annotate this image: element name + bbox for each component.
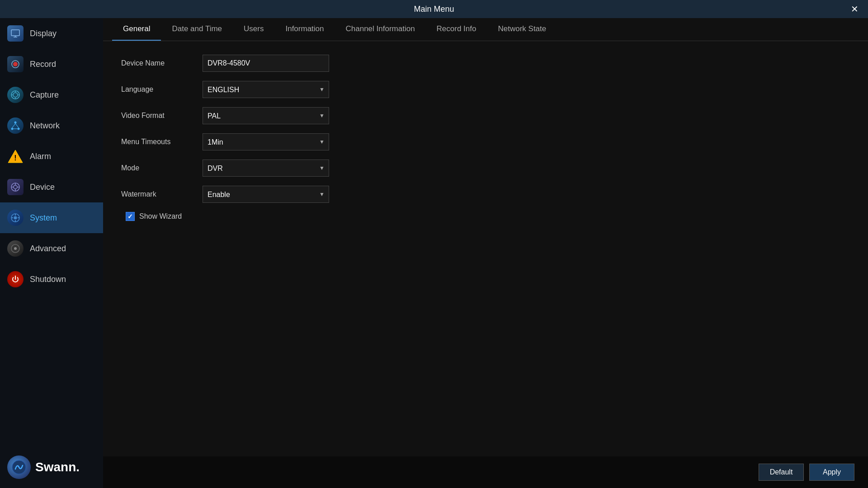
device-icon [7, 179, 24, 195]
watermark-select-wrapper: Enable Disable [203, 186, 329, 203]
language-select-wrapper: ENGLISH FRENCH SPANISH GERMAN [203, 81, 329, 98]
sidebar-item-alarm-label: Alarm [30, 152, 51, 161]
mode-row: Mode DVR NVR XVR [121, 160, 850, 177]
menu-timeouts-row: Menu Timeouts 1Min 2Min 5Min Never [121, 133, 850, 150]
sidebar: Display Record [0, 18, 103, 488]
sidebar-item-advanced-label: Advanced [30, 244, 66, 253]
sidebar-item-display[interactable]: Display [0, 18, 103, 49]
sidebar-item-advanced[interactable]: Advanced [0, 233, 103, 264]
watermark-select[interactable]: Enable Disable [203, 186, 329, 203]
menu-timeouts-select[interactable]: 1Min 2Min 5Min Never [203, 133, 329, 150]
sidebar-item-record-label: Record [30, 60, 56, 69]
record-icon [7, 56, 24, 72]
content-area: General Date and Time Users Information … [103, 18, 868, 488]
default-button[interactable]: Default [759, 464, 804, 481]
tab-network-state[interactable]: Network State [487, 18, 557, 41]
tab-channel-info[interactable]: Channel Information [335, 18, 426, 41]
sidebar-item-system[interactable]: System [0, 202, 103, 233]
tab-record-info[interactable]: Record Info [426, 18, 487, 41]
network-icon [7, 117, 24, 134]
sidebar-item-capture-label: Capture [30, 90, 59, 100]
svg-point-13 [18, 128, 20, 130]
svg-point-11 [14, 122, 17, 124]
mode-select-wrapper: DVR NVR XVR [203, 160, 329, 177]
svg-point-32 [14, 247, 17, 250]
video-format-row: Video Format PAL NTSC [121, 107, 850, 124]
menu-timeouts-select-wrapper: 1Min 2Min 5Min Never [203, 133, 329, 150]
shutdown-icon [7, 271, 24, 287]
svg-text:!: ! [14, 154, 16, 162]
tabs-bar: General Date and Time Users Information … [103, 18, 868, 41]
window-title: Main Menu [414, 5, 454, 14]
svg-point-19 [14, 185, 17, 189]
svg-line-14 [12, 124, 15, 128]
sidebar-item-capture[interactable]: Capture [0, 80, 103, 110]
capture-icon [7, 87, 24, 103]
watermark-row: Watermark Enable Disable [121, 186, 850, 203]
sidebar-item-shutdown[interactable]: Shutdown [0, 264, 103, 295]
language-select[interactable]: ENGLISH FRENCH SPANISH GERMAN [203, 81, 329, 98]
swann-brand-icon [7, 455, 31, 479]
swann-brand-text: Swann. [35, 460, 80, 474]
video-format-label: Video Format [121, 112, 193, 120]
svg-point-3 [13, 62, 18, 66]
tab-users[interactable]: Users [233, 18, 274, 41]
svg-point-25 [14, 216, 17, 220]
tab-general[interactable]: General [112, 18, 161, 41]
system-icon [7, 210, 24, 226]
svg-line-15 [15, 124, 19, 128]
video-format-select-wrapper: PAL NTSC [203, 107, 329, 124]
device-name-label: Device Name [121, 59, 193, 67]
tab-information[interactable]: Information [274, 18, 335, 41]
sidebar-item-network-label: Network [30, 121, 60, 131]
show-wizard-checkbox[interactable] [126, 212, 135, 221]
language-row: Language ENGLISH FRENCH SPANISH GERMAN [121, 81, 850, 98]
show-wizard-label: Show Wizard [139, 212, 182, 221]
bottom-bar: Default Apply [103, 456, 868, 488]
alarm-icon: ! [7, 148, 24, 164]
sidebar-logo: Swann. [0, 446, 103, 488]
sidebar-item-device-label: Device [30, 183, 55, 192]
close-button[interactable]: ✕ [848, 3, 861, 15]
title-bar: Main Menu ✕ [0, 0, 868, 18]
sidebar-item-record[interactable]: Record [0, 49, 103, 80]
sidebar-item-alarm[interactable]: ! Alarm [0, 141, 103, 172]
sidebar-item-display-label: Display [30, 29, 57, 38]
svg-rect-0 [11, 30, 19, 36]
mode-select[interactable]: DVR NVR XVR [203, 160, 329, 177]
language-label: Language [121, 85, 193, 94]
sidebar-item-system-label: System [30, 213, 57, 223]
advanced-icon [7, 240, 24, 257]
form-area: Device Name Language ENGLISH FRENCH SPAN… [103, 41, 868, 456]
sidebar-item-network[interactable]: Network [0, 110, 103, 141]
sidebar-item-device[interactable]: Device [0, 172, 103, 202]
watermark-label: Watermark [121, 190, 193, 198]
app-window: Main Menu ✕ Display [0, 0, 868, 488]
sidebar-item-shutdown-label: Shutdown [30, 275, 66, 284]
device-name-input[interactable] [203, 55, 329, 72]
show-wizard-row: Show Wizard [126, 212, 850, 221]
tab-datetime[interactable]: Date and Time [161, 18, 233, 41]
video-format-select[interactable]: PAL NTSC [203, 107, 329, 124]
svg-point-12 [11, 128, 14, 130]
display-icon [7, 25, 24, 42]
swann-logo: Swann. [7, 455, 80, 479]
menu-timeouts-label: Menu Timeouts [121, 138, 193, 146]
svg-point-6 [13, 93, 18, 97]
main-layout: Display Record [0, 18, 868, 488]
device-name-row: Device Name [121, 55, 850, 72]
mode-label: Mode [121, 164, 193, 172]
apply-button[interactable]: Apply [809, 464, 854, 481]
